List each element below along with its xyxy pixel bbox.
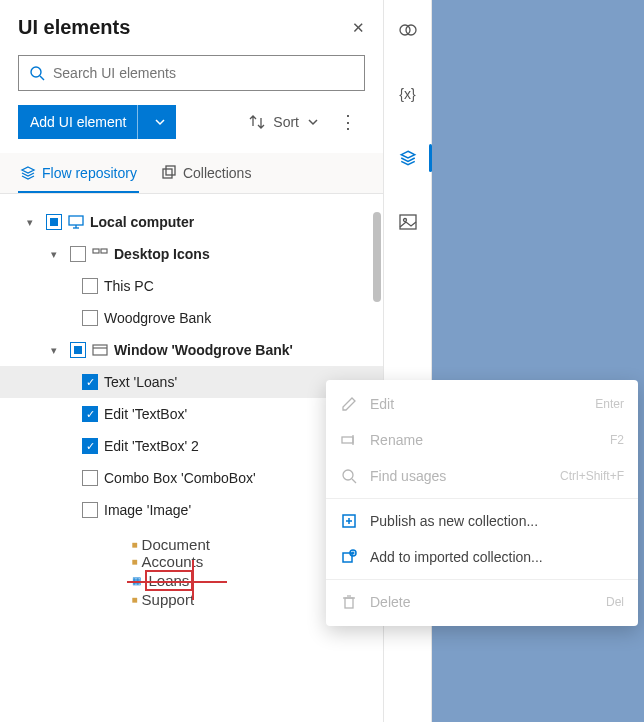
close-icon[interactable]: ✕ [352, 19, 365, 37]
sort-icon [249, 114, 265, 130]
ctx-label: Delete [370, 594, 410, 610]
svg-rect-8 [93, 249, 99, 253]
tree-label: Woodgrove Bank [104, 310, 211, 326]
ctx-label: Edit [370, 396, 394, 412]
preview-text: Support [142, 591, 195, 608]
desktop-icon [92, 246, 108, 262]
ctx-label: Publish as new collection... [370, 513, 538, 529]
tree-node-woodgrove-bank[interactable]: Woodgrove Bank [0, 302, 383, 334]
context-menu: Edit Enter Rename F2 Find usages Ctrl+Sh… [326, 380, 638, 626]
ctx-shortcut: Del [606, 595, 624, 609]
ctx-separator [326, 579, 638, 580]
chevron-down-icon [307, 116, 319, 128]
tree-node-this-pc[interactable]: This PC [0, 270, 383, 302]
checkbox[interactable]: ✓ [82, 406, 98, 422]
svg-rect-4 [166, 166, 175, 175]
checkbox[interactable] [46, 214, 62, 230]
add-ui-element-button[interactable]: Add UI element [18, 105, 176, 139]
tree-node-local-computer[interactable]: ▾ Local computer [0, 206, 383, 238]
ctx-separator [326, 498, 638, 499]
ctx-label: Find usages [370, 468, 446, 484]
monitor-icon [68, 214, 84, 230]
button-divider [137, 105, 138, 139]
ctx-label: Add to imported collection... [370, 549, 543, 565]
sort-button[interactable]: Sort [245, 110, 323, 134]
tab-flow-repository[interactable]: Flow repository [18, 153, 139, 193]
svg-rect-5 [69, 216, 83, 225]
ctx-label: Rename [370, 432, 423, 448]
edit-icon [340, 395, 358, 413]
ctx-add-imported-collection[interactable]: Add to imported collection... [326, 539, 638, 575]
panel-title: UI elements [18, 16, 130, 39]
checkbox[interactable] [82, 502, 98, 518]
checkbox[interactable] [82, 470, 98, 486]
svg-rect-3 [163, 169, 172, 178]
svg-point-12 [400, 25, 410, 35]
ctx-rename[interactable]: Rename F2 [326, 422, 638, 458]
checkbox[interactable] [70, 342, 86, 358]
tree-label: Local computer [90, 214, 194, 230]
svg-marker-2 [22, 167, 34, 173]
svg-point-0 [31, 67, 41, 77]
checkbox[interactable]: ✓ [82, 374, 98, 390]
tab-collections-label: Collections [183, 165, 251, 181]
tab-flow-label: Flow repository [42, 165, 137, 181]
tree-node-window-woodgrove[interactable]: ▾ Window 'Woodgrove Bank' [0, 334, 383, 366]
svg-line-20 [352, 479, 356, 483]
sort-label: Sort [273, 114, 299, 130]
svg-rect-15 [400, 215, 416, 229]
search-input-container[interactable] [18, 55, 365, 91]
add-to-icon [340, 548, 358, 566]
chevron-down-icon[interactable] [144, 116, 176, 128]
collections-icon [161, 165, 177, 181]
publish-icon [340, 512, 358, 530]
rail-ui-elements-icon[interactable] [388, 138, 428, 178]
add-ui-element-label: Add UI element [30, 114, 127, 130]
checkbox[interactable] [70, 246, 86, 262]
ctx-shortcut: Ctrl+Shift+F [560, 469, 624, 483]
search-icon [29, 65, 45, 81]
rail-images-icon[interactable] [388, 202, 428, 242]
checkbox[interactable] [82, 310, 98, 326]
more-options-button[interactable]: ⋮ [329, 107, 367, 137]
tree-label: Text 'Loans' [104, 374, 177, 390]
find-icon [340, 467, 358, 485]
rail-variables-icon[interactable]: {x} [388, 74, 428, 114]
tree-label: Combo Box 'ComboBox' [104, 470, 256, 486]
svg-rect-9 [101, 249, 107, 253]
layers-icon [20, 165, 36, 181]
preview-text: Accounts [142, 553, 204, 570]
chevron-down-icon[interactable]: ▾ [44, 344, 64, 357]
preview-text: Document [142, 536, 210, 553]
window-icon [92, 342, 108, 358]
ctx-publish-collection[interactable]: Publish as new collection... [326, 503, 638, 539]
svg-point-13 [406, 25, 416, 35]
svg-line-1 [40, 76, 44, 80]
tree-label: This PC [104, 278, 154, 294]
tree-label: Window 'Woodgrove Bank' [114, 342, 293, 358]
tree-label: Edit 'TextBox' [104, 406, 187, 422]
svg-marker-14 [401, 151, 415, 158]
chevron-down-icon[interactable]: ▾ [20, 216, 40, 229]
search-input[interactable] [53, 65, 354, 81]
chevron-down-icon[interactable]: ▾ [44, 248, 64, 261]
svg-rect-17 [342, 437, 353, 443]
tree-node-desktop-icons[interactable]: ▾ Desktop Icons [0, 238, 383, 270]
scrollbar-thumb[interactable] [373, 212, 381, 302]
ctx-edit[interactable]: Edit Enter [326, 386, 638, 422]
ctx-shortcut: Enter [595, 397, 624, 411]
tab-collections[interactable]: Collections [159, 153, 253, 193]
rename-icon [340, 431, 358, 449]
svg-point-16 [403, 219, 406, 222]
element-preview: ■Document ■Accounts ▦ Loans ■Support [132, 536, 252, 608]
tree-label: Edit 'TextBox' 2 [104, 438, 199, 454]
tree-label: Image 'Image' [104, 502, 191, 518]
rail-copilot-icon[interactable] [388, 10, 428, 50]
ctx-delete[interactable]: Delete Del [326, 584, 638, 620]
svg-rect-28 [345, 598, 353, 608]
checkbox[interactable]: ✓ [82, 438, 98, 454]
ctx-find-usages[interactable]: Find usages Ctrl+Shift+F [326, 458, 638, 494]
svg-point-19 [343, 470, 353, 480]
tree-label: Desktop Icons [114, 246, 210, 262]
checkbox[interactable] [82, 278, 98, 294]
